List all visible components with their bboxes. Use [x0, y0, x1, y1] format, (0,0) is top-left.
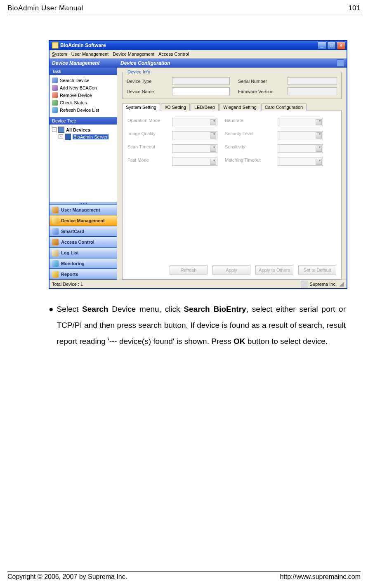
- vendor-icon: [301, 281, 307, 287]
- users-icon: [52, 207, 59, 213]
- app-icon: [52, 42, 59, 49]
- tab-io-setting[interactable]: I/O Setting: [161, 103, 190, 111]
- set-default-button[interactable]: Set to Default: [298, 265, 336, 275]
- apply-button[interactable]: Apply: [212, 265, 250, 275]
- tree-collapse-icon[interactable]: -: [52, 127, 57, 132]
- header-rule: [7, 15, 361, 15]
- right-panel: Device Configuration Device Info Device …: [117, 59, 347, 280]
- nav-log-list[interactable]: Log List: [50, 247, 117, 258]
- lock-icon: [52, 239, 59, 245]
- task-search-device[interactable]: Search Device: [51, 77, 115, 84]
- strong-search: Search: [82, 305, 108, 313]
- firmware-version-label: Firmware Version: [238, 87, 279, 95]
- nav-reports[interactable]: Reports: [50, 269, 117, 280]
- apply-others-button[interactable]: Apply to Others: [255, 265, 293, 275]
- menu-access-control[interactable]: Access Control: [158, 52, 189, 56]
- security-level-combo[interactable]: [278, 131, 323, 139]
- operation-mode-combo[interactable]: [172, 118, 217, 126]
- statusbar: Total Device : 1 Suprema Inc.: [50, 280, 347, 288]
- fast-mode-label: Fast Mode: [127, 158, 165, 166]
- status-total-device: Total Device : 1: [52, 282, 83, 287]
- tab-card-configuration[interactable]: Card Configuration: [261, 103, 307, 111]
- device-name-label: Device Name: [127, 87, 164, 95]
- device-info-legend: Device Info: [126, 69, 152, 74]
- device-icon: [52, 217, 59, 224]
- matching-timeout-combo[interactable]: [278, 158, 323, 166]
- nav-user-management[interactable]: User Management: [50, 205, 117, 215]
- serial-number-label: Serial Number: [238, 77, 279, 85]
- nav-access-control[interactable]: Access Control: [50, 237, 117, 247]
- baudrate-label: Baudrate: [225, 118, 270, 126]
- devices-icon: [58, 127, 64, 133]
- right-panel-title: Device Configuration: [117, 59, 347, 68]
- tree-child-row[interactable]: + BioAdmin Server: [52, 133, 114, 140]
- matching-timeout-label: Matching Timeout: [225, 158, 270, 166]
- close-button[interactable]: ×: [337, 42, 345, 49]
- config-icon: [337, 59, 344, 67]
- left-panel-title: Device Management: [50, 59, 117, 68]
- footer-rule: [7, 571, 361, 572]
- image-quality-label: Image Quality: [127, 131, 165, 139]
- serial-number-field: [288, 77, 337, 85]
- menubar: System User Management Device Management…: [50, 50, 347, 59]
- monitor-icon: [52, 260, 59, 267]
- device-type-field: [172, 77, 230, 85]
- menu-system[interactable]: System: [52, 52, 67, 56]
- titlebar: BioAdmin Software _ □ ×: [50, 41, 347, 50]
- refresh-icon: [52, 107, 58, 113]
- footer-url: http://www.supremainc.com: [280, 573, 361, 581]
- device-tree: - All Devices + BioAdmin Server: [50, 125, 117, 202]
- tree-expand-icon[interactable]: +: [59, 134, 63, 139]
- config-tabs: System Setting I/O Setting LED/Beep Wieg…: [122, 103, 342, 110]
- remove-icon: [52, 92, 58, 98]
- sensitivity-combo[interactable]: [278, 144, 323, 153]
- search-icon: [52, 78, 58, 83]
- left-panel: Device Management Task Search Device Add…: [50, 59, 117, 280]
- copyright-text: Copyright © 2006, 2007 by Suprema Inc.: [7, 573, 127, 581]
- task-remove-device[interactable]: Remove Device: [51, 92, 115, 99]
- image-quality-combo[interactable]: [172, 131, 217, 139]
- tree-header: Device Tree: [50, 117, 117, 125]
- menu-device-management[interactable]: Device Management: [113, 52, 154, 56]
- tab-wiegand-setting[interactable]: Wiegand Setting: [219, 103, 260, 111]
- nav-device-management[interactable]: Device Management: [50, 215, 117, 226]
- refresh-button[interactable]: Refresh: [170, 265, 208, 275]
- app-window: BioAdmin Software _ □ × System User Mana…: [49, 40, 347, 289]
- check-icon: [52, 100, 58, 106]
- tree-root-row[interactable]: - All Devices: [52, 126, 114, 133]
- operation-mode-label: Operation Mode: [127, 118, 165, 126]
- strong-ok: OK: [234, 337, 245, 346]
- instruction-paragraph: ● Select Search Device menu, click Searc…: [49, 301, 346, 350]
- strong-search-bioentry: Search BioEntry: [184, 305, 246, 313]
- sensitivity-label: Sensitivity: [225, 144, 270, 153]
- smartcard-icon: [52, 228, 59, 235]
- task-header: Task: [50, 68, 117, 75]
- minimize-button[interactable]: _: [318, 42, 326, 49]
- add-icon: [52, 85, 58, 91]
- scan-timeout-label: Scan Timeout: [127, 144, 165, 153]
- fast-mode-combo[interactable]: [172, 158, 217, 166]
- tab-led-beep[interactable]: LED/Beep: [191, 103, 219, 111]
- window-title: BioAdmin Software: [60, 42, 317, 48]
- maximize-button[interactable]: □: [327, 42, 336, 49]
- device-name-field[interactable]: [172, 87, 230, 95]
- nav-monitoring[interactable]: Monitoring: [50, 258, 117, 269]
- nav-smartcard[interactable]: SmartCard: [50, 226, 117, 237]
- resize-grip-icon[interactable]: [339, 282, 344, 287]
- bullet-icon: ●: [49, 301, 53, 350]
- server-icon: [65, 134, 71, 140]
- firmware-version-field: [288, 87, 337, 95]
- device-type-label: Device Type: [127, 77, 164, 85]
- task-check-status[interactable]: Check Status: [51, 99, 115, 106]
- status-vendor: Suprema Inc.: [310, 282, 337, 287]
- security-level-label: Security Level: [225, 131, 270, 139]
- task-refresh-list[interactable]: Refresh Device List: [51, 106, 115, 114]
- doc-header-left: BioAdmin User Manual: [7, 4, 83, 12]
- log-icon: [52, 249, 59, 256]
- report-icon: [52, 271, 59, 278]
- scan-timeout-combo[interactable]: [172, 144, 217, 153]
- menu-user-management[interactable]: User Management: [71, 52, 109, 56]
- task-add-beacon[interactable]: Add New BEACon: [51, 84, 115, 92]
- tab-system-setting[interactable]: System Setting: [122, 103, 160, 111]
- baudrate-combo[interactable]: [278, 118, 323, 126]
